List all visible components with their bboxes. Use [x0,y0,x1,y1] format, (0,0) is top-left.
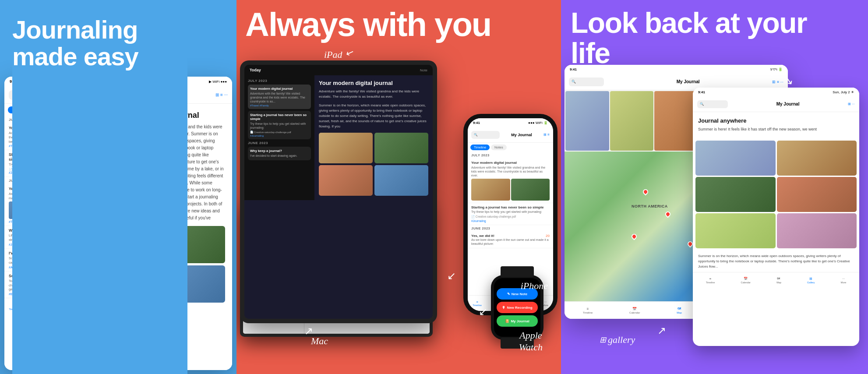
g-tab-cal[interactable]: 📅Calendar [741,277,751,284]
tab-tl[interactable]: ≡Timeline [583,307,593,314]
iphone-toolbar: 🔍 My Journal ⊞ ≡ [468,127,553,143]
watch-btn-new-recording[interactable]: 🎙 New Recording [497,302,538,313]
ipad-arrow: ↙ [344,46,356,60]
journal-anywhere-section: Journal anywhere Summer is here! It feel… [693,112,859,138]
gallery-photo-1 [695,141,776,176]
journal-anywhere-title: Journal anywhere [698,117,854,124]
tab-cal[interactable]: 📅Calendar [629,307,640,314]
gallery-arrow: ↗ [657,325,666,337]
iphone-tabs: Timeline Notes [468,143,553,152]
ipad-month2: JUNE 2023 [248,141,311,145]
iphone-e2-title: Starting a journal has never been so sim… [471,205,550,210]
map-journal-name: My Journal [607,79,769,84]
gallery-bottom-tabs: ≡Timeline 📅Calendar 🗺Map ⊞Gallery ···Mor… [693,272,859,289]
panel1-headline: Journaling made easy [12,17,187,374]
gallery-status: Sun, July 2 ☀ [833,90,854,94]
ipad-entry-1-tags: #Travel #Family [250,104,309,107]
ipad-screen: Today Note JULY 2023 Your modern digital… [244,65,433,319]
iphone-month2: JUNE 2023 [468,225,553,232]
gallery-time: 9:41 [698,90,705,94]
iphone-icons[interactable]: ⊞ ≡ [543,133,550,137]
map-search[interactable]: 🔍 [569,78,604,86]
iphone-search[interactable]: 🔍 [471,131,500,139]
ipad-entry-3[interactable]: Why keep a journal? I've decided to star… [248,147,311,160]
ipad-entry-2-body: Try these tips to help you get started w… [250,122,309,130]
ipad-entry-1[interactable]: Your modern digital journal Adventure wi… [248,85,311,109]
map-toolbar-icons[interactable]: ⊞ ≡ ··· [772,80,783,84]
journal-anywhere-body: Summer is here! It feels like it has sta… [698,127,854,133]
iphone-arrow: ↙ [447,270,456,282]
gallery-photo-2 [777,141,857,176]
watch-recording-label: New Recording [507,306,532,310]
gallery-text: Summer is on the horizon, which means wi… [693,251,859,272]
strip-photo-2 [610,91,654,151]
g-tab-tl[interactable]: ≡Timeline [706,277,715,284]
map-region-label: NORTH AMERICA [632,204,668,208]
iphone-month: JULY 2023 [468,152,553,159]
ipad-main: Your modern digital journal Adventure wi… [314,75,433,200]
ipad-time: Today [250,68,261,72]
iphone-e2-body: Try these tips to help you get started w… [471,210,550,214]
iphone-time: 9:41 [473,121,480,125]
iphone-photos [471,179,550,201]
watch-new-note-label: New Note [512,292,527,296]
iphone-status-icons: ●●● WiFi 🔋 [528,121,548,125]
mac-label: Mac [311,335,328,347]
iphone-journal-name: My Journal [501,133,542,137]
ipad-entry-1-title: Your modern digital journal [250,87,309,91]
gallery-icons[interactable]: ⊞ ··· [848,102,855,106]
g-tab-gal-active[interactable]: ⊞Gallery [807,277,815,284]
toolbar-icons[interactable]: ⊞ ≡ ··· [215,92,228,97]
panel-look-back: Look back at your life 🗺 map ↘ ⊞ gallery… [561,0,868,374]
gallery-photo-4 [777,177,857,212]
ipad-sidebar: JULY 2023 Your modern digital journal Ad… [244,75,314,200]
map-pin-3 [631,233,638,240]
panel3-headline: Look back at your life [571,8,825,69]
iphone-tab-more[interactable]: ···More [543,300,548,307]
ipad-main-title: Your modern digital journal [319,80,428,86]
iphone-tab-notes[interactable]: Notes [491,145,507,150]
ipad-entry-2-title: Starting a journal has never been so sim… [250,113,309,121]
iphone-e3-body: As we bore down upon it the sun came out… [471,238,550,246]
iphone-tab-timeline[interactable]: Timeline [470,145,490,150]
iphone-e1-title: Your modern digital journal [471,161,550,165]
ipad-main-body: Adventure with the family! We visited gr… [319,89,428,99]
ipad-content: JULY 2023 Your modern digital journal Ad… [244,75,433,200]
ipad-photo-4 [374,165,428,196]
tag: #Journaling [471,219,486,222]
tab-map-active[interactable]: 🗺Map [677,307,682,314]
ipad-date: Note [420,68,427,72]
gallery-toolbar: 🔍 My Journal ⊞ ··· [693,96,859,112]
watch-btn-journal[interactable]: 📔 My Journal [497,315,538,327]
iphone-label: iPhone [521,280,548,292]
iphone-entry-1[interactable]: Your modern digital journal Adventure wi… [468,159,553,203]
status-icons: ▶ WiFi ●●● [209,80,227,84]
gallery-search[interactable]: 🔍 [697,100,728,108]
ipad-main-body2: Summer is on the horizon, which means wi… [319,103,428,129]
strip-photo-3 [654,91,698,151]
ipad-entry-3-body: I've decided to start drawing again. [250,154,309,158]
iphone-entry-3[interactable]: Yes, we did it! 20 As we bore down upon … [468,232,553,249]
gallery-icon: ⊞ [600,335,606,345]
gallery-photo-5 [695,213,776,248]
g-tab-more[interactable]: ···More [841,277,847,284]
gallery-status-bar: 9:41 Sun, July 2 ☀ [693,88,859,96]
ipad-entry-2[interactable]: Starting a journal has never been so sim… [248,111,311,139]
ipad-entry-2-tags: #Journaling [250,134,309,137]
gallery-photo-6 [777,213,857,248]
watch-arrow: ↙ [479,306,487,318]
ipad-photo-1 [319,133,373,163]
tag: #Travel [250,104,259,107]
gallery-label: ⊞ gallery [600,334,635,346]
iphone-e1-body: Adventure with the family! We visited gr… [471,166,550,177]
ipad-entry-1-body: Adventure with the family! We visited gr… [250,92,309,103]
iphone-entry-2[interactable]: Starting a journal has never been so sim… [468,203,553,225]
mic-icon: 🎙 [502,306,505,310]
map-arrow: ↘ [783,73,794,88]
gallery-mockup: 9:41 Sun, July 2 ☀ 🔍 My Journal ⊞ ··· Jo… [693,88,859,346]
gallery-grid [693,138,859,251]
map-pin-2 [664,210,671,218]
tag: #Journaling [250,134,264,137]
watch-label: AppleWatch [519,330,543,353]
g-tab-map[interactable]: 🗺Map [776,277,781,284]
